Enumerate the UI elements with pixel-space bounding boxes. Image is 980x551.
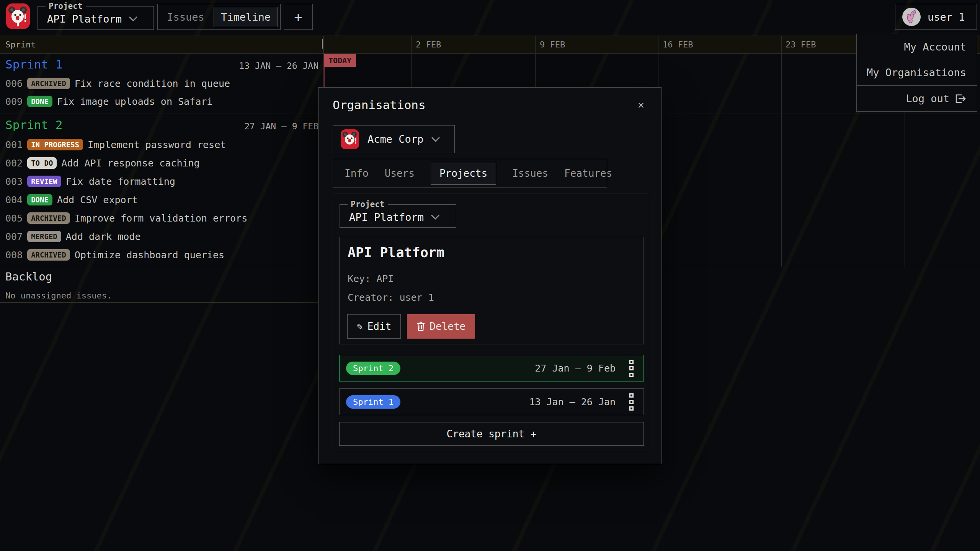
organisation-selector[interactable]: Acme Corp <box>333 125 455 153</box>
project-key: Key: API <box>348 273 394 284</box>
tab-issues[interactable]: Issues <box>512 168 548 179</box>
issue-title: Improve form validation errors <box>75 213 248 224</box>
issue-id: 004 <box>5 194 23 205</box>
today-marker: TODAY <box>324 54 356 67</box>
issue-row-006[interactable]: 006 ARCHIVED Fix race condition in queue <box>5 76 230 91</box>
status-badge: ARCHIVED <box>27 249 70 261</box>
sprint-row-sprint-2[interactable]: Sprint 2 27 Jan – 9 Feb <box>339 355 644 381</box>
date-label-9feb: 9 FEB <box>540 40 565 49</box>
project-selector[interactable]: Project API Platform <box>38 2 154 30</box>
issue-row-005[interactable]: 005 ARCHIVED Improve form validation err… <box>5 210 247 226</box>
sprint-pill: Sprint 2 <box>346 362 400 375</box>
status-badge: ARCHIVED <box>27 212 70 224</box>
logout-icon <box>955 93 966 104</box>
tab-issues-view[interactable]: Issues <box>158 11 214 23</box>
status-badge: DONE <box>27 194 52 205</box>
chevron-down-icon <box>129 16 138 21</box>
close-icon[interactable]: ✕ <box>638 98 644 111</box>
project-creator: Creator: user 1 <box>348 292 434 303</box>
issue-title: Add CSV export <box>57 194 138 205</box>
project-card: API Platform Key: API Creator: user 1 ✎ … <box>339 237 644 344</box>
user-name: user 1 <box>928 11 965 23</box>
issue-id: 001 <box>5 139 23 150</box>
edit-button[interactable]: ✎ Edit <box>347 314 401 339</box>
tab-features[interactable]: Features <box>564 168 612 179</box>
modal-title: Organisations <box>333 98 426 112</box>
modal-project-selector-value: API Platform <box>349 211 424 223</box>
issue-row-002[interactable]: 002 TO DO Add API response caching <box>5 155 200 171</box>
status-badge: MERGED <box>27 231 61 242</box>
modal-project-selector-label: Project <box>348 200 388 209</box>
issue-title: Add dark mode <box>66 231 141 242</box>
issue-title: Optimize dashboard queries <box>75 249 224 261</box>
menu-item-my-organisations[interactable]: My Organisations <box>857 60 977 85</box>
logout-label: Log out <box>906 93 949 104</box>
issue-row-001[interactable]: 001 IN PROGRESS Implement password reset <box>5 137 226 152</box>
project-card-title: API Platform <box>348 245 644 260</box>
issue-row-007[interactable]: 007 MERGED Add dark mode <box>5 229 140 244</box>
tab-info[interactable]: Info <box>345 168 369 179</box>
user-menu-button[interactable]: user 1 <box>895 4 977 30</box>
issue-id: 003 <box>5 176 23 187</box>
issue-id: 005 <box>5 213 23 224</box>
sprint-1-heading[interactable]: Sprint 1 <box>5 57 62 72</box>
sprint-2-heading[interactable]: Sprint 2 <box>5 117 62 132</box>
menu-item-my-account[interactable]: My Account <box>857 34 977 60</box>
issue-row-009[interactable]: 009 DONE Fix image uploads on Safari <box>5 94 212 109</box>
top-bar: Project API Platform Issues Timeline + u… <box>0 0 980 34</box>
status-badge: ARCHIVED <box>27 78 70 89</box>
drag-handle-icon[interactable] <box>629 360 634 377</box>
sprint-date-range: 13 Jan – 26 Jan <box>529 396 616 408</box>
sprint-row-sprint-1[interactable]: Sprint 1 13 Jan – 26 Jan <box>339 388 644 415</box>
week-gridline <box>781 36 782 267</box>
modal-project-selector[interactable]: Project API Platform <box>340 200 456 228</box>
status-badge: DONE <box>27 96 52 107</box>
status-badge: IN PROGRESS <box>27 139 83 150</box>
issue-title: Fix date formatting <box>66 176 175 187</box>
organisation-logo-icon <box>340 129 360 149</box>
backlog-heading: Backlog <box>5 270 52 283</box>
edit-button-label: Edit <box>368 321 392 332</box>
section-divider <box>0 302 323 303</box>
pencil-icon: ✎ <box>357 321 363 332</box>
issue-row-004[interactable]: 004 DONE Add CSV export <box>5 192 138 207</box>
tab-timeline-view[interactable]: Timeline <box>214 7 278 27</box>
user-dropdown-menu: My Account My Organisations Log out <box>856 34 977 112</box>
organisation-name: Acme Corp <box>368 133 423 145</box>
drag-handle-icon[interactable] <box>629 393 634 411</box>
timeline-header: Sprint 2 FEB 9 FEB 16 FEB 23 FEB <box>0 36 980 54</box>
menu-item-logout[interactable]: Log out <box>857 86 977 111</box>
status-badge: REVIEW <box>27 176 61 187</box>
add-button[interactable]: + <box>284 4 313 30</box>
avatar <box>902 8 921 26</box>
issue-id: 007 <box>5 231 23 242</box>
date-label-16feb: 16 FEB <box>663 40 693 49</box>
issue-title: Implement password reset <box>88 139 226 150</box>
issue-title: Fix image uploads on Safari <box>57 96 212 107</box>
issue-title: Add API response caching <box>61 158 199 169</box>
backlog-empty-text: No unassigned issues. <box>5 291 112 300</box>
issue-row-008[interactable]: 008 ARCHIVED Optimize dashboard queries <box>5 247 224 262</box>
issue-title: Fix race condition in queue <box>75 78 230 89</box>
create-sprint-button[interactable]: Create sprint + <box>339 422 644 446</box>
organisations-modal: Organisations ✕ Acme Corp Info Users Pro… <box>318 87 662 464</box>
app-logo-icon[interactable] <box>6 3 30 29</box>
clipped-date-marker <box>322 39 323 49</box>
modal-tabs: Info Users Projects Issues Features <box>333 159 607 187</box>
issue-id: 002 <box>5 158 23 169</box>
issue-id: 006 <box>5 78 23 89</box>
view-switcher: Issues Timeline <box>157 4 281 30</box>
issue-id: 008 <box>5 249 23 261</box>
project-selector-label: Project <box>46 2 86 11</box>
date-label-23feb: 23 FEB <box>786 40 816 49</box>
chevron-down-icon <box>431 137 440 142</box>
delete-button[interactable]: Delete <box>407 314 475 339</box>
tab-users[interactable]: Users <box>385 168 415 179</box>
projects-tab-panel: Project API Platform API Platform Key: A… <box>333 194 648 452</box>
tab-projects[interactable]: Projects <box>431 162 496 185</box>
status-badge: TO DO <box>27 157 57 169</box>
sprint-2-range: 27 JAN – 9 FEB <box>244 119 318 134</box>
chevron-down-icon <box>431 214 440 220</box>
trash-icon <box>416 321 425 331</box>
issue-row-003[interactable]: 003 REVIEW Fix date formatting <box>5 174 175 189</box>
